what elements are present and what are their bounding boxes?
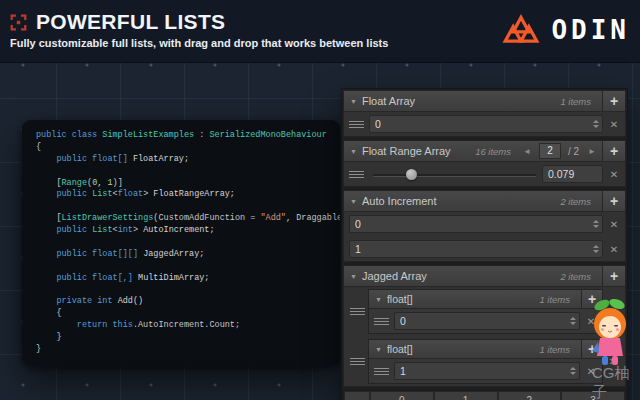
- section-title: Float Array: [362, 95, 415, 107]
- section-title: Jagged Array: [362, 270, 427, 282]
- add-item-button[interactable]: +: [602, 266, 625, 286]
- nested-list-float-1: ▼ float[] 1 items + 1: [368, 339, 603, 384]
- drag-handle-icon[interactable]: [350, 308, 365, 315]
- foldout-icon[interactable]: ▼: [350, 273, 357, 280]
- code-line: [36, 237, 340, 249]
- section-body: 0 ✕: [369, 309, 602, 333]
- gutter: [346, 308, 368, 315]
- item-count-label: 1 items: [560, 96, 591, 107]
- jagged-item: ▼ float[] 1 items + 0: [346, 289, 623, 334]
- number-stepper[interactable]: [591, 220, 600, 228]
- table-col-header: 0: [370, 391, 434, 400]
- delete-item-button[interactable]: ✕: [605, 119, 623, 130]
- section-float-range-array: ▼ Float Range Array 16 items ◄ 2 / 2 ► +: [343, 140, 626, 187]
- slider-knob-icon[interactable]: [406, 169, 417, 180]
- section-jagged-array: ▼ Jagged Array 2 items + ▼ float[] 1 ite…: [343, 265, 626, 387]
- section-title: float[]: [387, 293, 413, 305]
- title-row: POWERFUL LISTS: [10, 10, 225, 34]
- watermark-text: CG柚子: [592, 364, 640, 400]
- drag-handle-icon[interactable]: [349, 121, 364, 128]
- mascot-watermark: [585, 296, 635, 370]
- code-line: [36, 201, 340, 213]
- code-line: [36, 285, 340, 297]
- number-field[interactable]: 0: [369, 115, 603, 133]
- number-field[interactable]: 1: [394, 362, 580, 380]
- code-line: return this.AutoIncrement.Count;: [36, 320, 340, 332]
- odin-logo-icon: [500, 11, 542, 49]
- field-value: 0: [355, 218, 591, 230]
- float-range-array-header[interactable]: ▼ Float Range Array 16 items ◄ 2 / 2 ► +: [344, 141, 625, 162]
- number-stepper[interactable]: [568, 317, 577, 325]
- screenshot-root: POWERFUL LISTS Fully customizable full l…: [0, 0, 640, 400]
- section-auto-increment: ▼ Auto Increment 2 items + 0 ✕ 1: [343, 190, 626, 262]
- code-line: public List<int> AutoIncrement;: [36, 225, 340, 237]
- list-item: 1 ✕: [346, 239, 623, 259]
- odin-brand: ODIN: [500, 11, 630, 49]
- auto-increment-header[interactable]: ▼ Auto Increment 2 items +: [344, 191, 625, 212]
- nested-list-header[interactable]: ▼ float[] 1 items +: [369, 340, 602, 359]
- code-line: public class SimpleListExamples : Serial…: [36, 130, 340, 142]
- foldout-icon[interactable]: ▼: [350, 98, 357, 105]
- add-item-button[interactable]: +: [602, 91, 625, 111]
- code-line: {: [36, 308, 340, 320]
- number-field[interactable]: 0: [394, 312, 580, 330]
- section-body: 0.079 ✕: [344, 162, 625, 186]
- field-value: 0: [375, 118, 591, 130]
- nested-list-float-0: ▼ float[] 1 items + 0: [368, 289, 603, 334]
- list-item: 1 ✕: [371, 361, 600, 381]
- nested-list-header[interactable]: ▼ float[] 1 items +: [369, 290, 602, 309]
- page-number-field[interactable]: 2: [539, 143, 561, 159]
- number-stepper[interactable]: [568, 367, 577, 375]
- page-next-icon[interactable]: ►: [588, 147, 596, 156]
- section-float-array: ▼ Float Array 1 items + 0 ✕: [343, 90, 626, 137]
- odin-wordmark: ODIN: [551, 15, 630, 45]
- float-array-header[interactable]: ▼ Float Array 1 items +: [344, 91, 625, 112]
- section-body: 1 ✕: [369, 359, 602, 383]
- number-field[interactable]: 0.079: [542, 165, 603, 183]
- range-slider[interactable]: [373, 166, 536, 182]
- foldout-icon[interactable]: ▼: [375, 346, 382, 353]
- list-item: 0 ✕: [346, 214, 623, 234]
- code-line: public float[][] JaggedArray;: [36, 249, 340, 261]
- number-field[interactable]: 0: [349, 215, 603, 233]
- number-stepper[interactable]: [591, 120, 600, 128]
- foldout-icon[interactable]: ▼: [375, 296, 382, 303]
- code-line: [Range(0, 1)]: [36, 178, 340, 190]
- drag-handle-icon[interactable]: [374, 318, 389, 325]
- page-prev-icon[interactable]: ◄: [523, 147, 531, 156]
- delete-item-button[interactable]: ✕: [605, 244, 623, 255]
- jagged-item: ▼ float[] 1 items + 1: [346, 339, 623, 384]
- item-count-label: 16 items: [475, 146, 511, 157]
- code-line: {: [36, 142, 340, 154]
- page-title: POWERFUL LISTS: [36, 10, 225, 34]
- delete-item-button[interactable]: ✕: [605, 169, 623, 180]
- multidim-table: 01230000010000: [343, 390, 626, 400]
- jagged-array-header[interactable]: ▼ Jagged Array 2 items +: [344, 266, 625, 287]
- item-count-label: 1 items: [539, 294, 570, 305]
- number-stepper[interactable]: [591, 245, 600, 253]
- section-title: float[]: [387, 343, 413, 355]
- code-line: }: [36, 344, 340, 356]
- delete-item-button[interactable]: ✕: [605, 219, 623, 230]
- code-line: }: [36, 332, 340, 344]
- table-col-header: 2: [498, 391, 562, 400]
- section-title: Auto Increment: [362, 195, 437, 207]
- gutter: [346, 358, 368, 365]
- foldout-icon[interactable]: ▼: [350, 148, 357, 155]
- field-value: 1: [355, 243, 591, 255]
- foldout-icon[interactable]: ▼: [350, 198, 357, 205]
- drag-handle-icon[interactable]: [350, 358, 365, 365]
- add-item-button[interactable]: +: [602, 191, 625, 211]
- code-editor-panel: public class SimpleListExamples : Serial…: [22, 120, 340, 366]
- code-line: public List<float> FloatRangeArray;: [36, 189, 340, 201]
- drag-handle-icon[interactable]: [374, 368, 389, 375]
- section-title: Float Range Array: [362, 145, 451, 157]
- table-corner-cell: [344, 391, 370, 400]
- drag-handle-icon[interactable]: [349, 171, 364, 178]
- number-field[interactable]: 1: [349, 240, 603, 258]
- item-count-label: 1 items: [539, 344, 570, 355]
- table-col-header: 1: [434, 391, 498, 400]
- section-body: 0 ✕: [344, 112, 625, 136]
- add-item-button[interactable]: +: [602, 141, 625, 161]
- section-body: 0 ✕ 1 ✕: [344, 212, 625, 261]
